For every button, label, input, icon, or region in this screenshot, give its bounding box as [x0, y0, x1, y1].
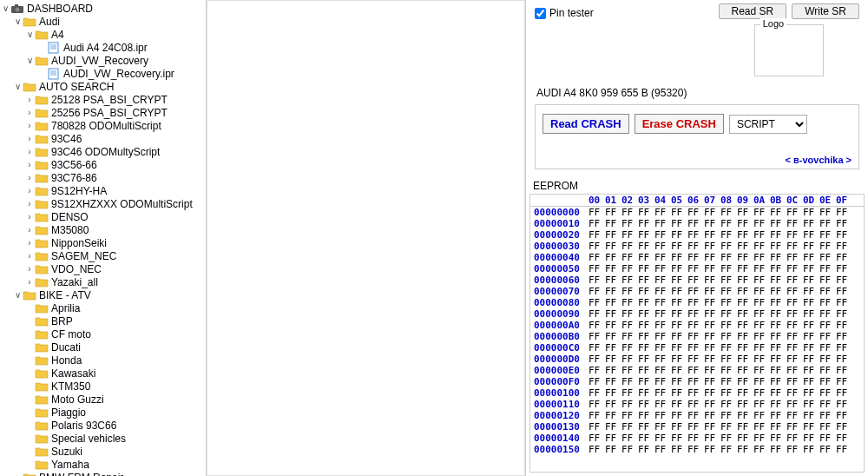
hex-byte[interactable]: FF: [586, 433, 602, 444]
hex-byte[interactable]: FF: [751, 421, 767, 433]
hex-byte[interactable]: FF: [784, 252, 800, 263]
hex-byte[interactable]: FF: [767, 342, 784, 354]
hex-byte[interactable]: FF: [784, 387, 800, 399]
hex-byte[interactable]: FF: [701, 376, 718, 387]
hex-byte[interactable]: FF: [652, 387, 668, 399]
hex-byte[interactable]: FF: [751, 410, 767, 421]
hex-row[interactable]: 00000080FFFFFFFFFFFFFFFFFFFFFFFFFFFFFFFF: [530, 297, 864, 308]
hex-row[interactable]: 00000090FFFFFFFFFFFFFFFFFFFFFFFFFFFFFFFF: [530, 308, 864, 320]
hex-byte[interactable]: FF: [685, 241, 701, 252]
hex-byte[interactable]: FF: [800, 444, 817, 455]
tree-autosearch-7[interactable]: ›9S12HY-HA: [0, 184, 206, 197]
hex-byte[interactable]: FF: [586, 252, 602, 263]
hex-byte[interactable]: FF: [751, 218, 767, 229]
hex-byte[interactable]: FF: [668, 421, 685, 433]
hex-byte[interactable]: FF: [718, 331, 734, 342]
hex-byte[interactable]: FF: [767, 433, 784, 444]
hex-byte[interactable]: FF: [652, 433, 668, 444]
tree-toggle[interactable]: ›: [24, 212, 35, 221]
hex-byte[interactable]: FF: [619, 241, 635, 252]
hex-byte[interactable]: FF: [685, 229, 701, 241]
hex-byte[interactable]: FF: [751, 331, 767, 342]
tree-bike-8[interactable]: Piaggio: [0, 406, 206, 419]
hex-row[interactable]: 00000060FFFFFFFFFFFFFFFFFFFFFFFFFFFFFFFF: [530, 274, 864, 286]
tree-toggle[interactable]: ›: [24, 108, 35, 117]
hex-byte[interactable]: FF: [635, 354, 652, 365]
hex-byte[interactable]: FF: [817, 444, 833, 455]
hex-byte[interactable]: FF: [718, 297, 734, 308]
write-sr-button[interactable]: Write SR: [792, 3, 859, 19]
hex-byte[interactable]: FF: [784, 354, 800, 365]
hex-byte[interactable]: FF: [751, 342, 767, 354]
hex-byte[interactable]: FF: [685, 410, 701, 421]
hex-byte[interactable]: FF: [652, 274, 668, 286]
hex-byte[interactable]: FF: [800, 376, 817, 387]
hex-byte[interactable]: FF: [685, 297, 701, 308]
hex-row[interactable]: 00000120FFFFFFFFFFFFFFFFFFFFFFFFFFFFFFFF: [530, 410, 864, 421]
tree-bmw-frm[interactable]: ›BMW FRM Repair: [0, 471, 206, 476]
hex-byte[interactable]: FF: [701, 331, 718, 342]
hex-byte[interactable]: FF: [751, 308, 767, 320]
hex-byte[interactable]: FF: [718, 252, 734, 263]
hex-byte[interactable]: FF: [701, 433, 718, 444]
hex-row[interactable]: 00000030FFFFFFFFFFFFFFFFFFFFFFFFFFFFFFFF: [530, 241, 864, 252]
hex-byte[interactable]: FF: [734, 387, 751, 399]
hex-byte[interactable]: FF: [668, 229, 685, 241]
hex-byte[interactable]: FF: [635, 433, 652, 444]
hex-byte[interactable]: FF: [817, 218, 833, 229]
hex-byte[interactable]: FF: [800, 421, 817, 433]
hex-byte[interactable]: FF: [652, 286, 668, 297]
hex-byte[interactable]: FF: [668, 410, 685, 421]
hex-byte[interactable]: FF: [685, 444, 701, 455]
hex-byte[interactable]: FF: [767, 286, 784, 297]
hex-byte[interactable]: FF: [800, 365, 817, 376]
hex-byte[interactable]: FF: [767, 387, 784, 399]
hex-byte[interactable]: FF: [718, 207, 734, 218]
hex-byte[interactable]: FF: [701, 421, 718, 433]
hex-byte[interactable]: FF: [734, 207, 751, 218]
hex-byte[interactable]: FF: [635, 410, 652, 421]
hex-byte[interactable]: FF: [767, 421, 784, 433]
hex-byte[interactable]: FF: [784, 433, 800, 444]
hex-byte[interactable]: FF: [602, 308, 619, 320]
hex-byte[interactable]: FF: [685, 365, 701, 376]
hex-byte[interactable]: FF: [784, 229, 800, 241]
hex-byte[interactable]: FF: [784, 286, 800, 297]
hex-byte[interactable]: FF: [800, 331, 817, 342]
hex-byte[interactable]: FF: [734, 376, 751, 387]
hex-byte[interactable]: FF: [734, 354, 751, 365]
hex-byte[interactable]: FF: [734, 320, 751, 331]
hex-byte[interactable]: FF: [751, 354, 767, 365]
hex-byte[interactable]: FF: [619, 207, 635, 218]
hex-byte[interactable]: FF: [668, 252, 685, 263]
hex-byte[interactable]: FF: [833, 297, 850, 308]
hex-byte[interactable]: FF: [586, 241, 602, 252]
hex-byte[interactable]: FF: [668, 376, 685, 387]
hex-byte[interactable]: FF: [833, 433, 850, 444]
hex-byte[interactable]: FF: [701, 229, 718, 241]
hex-byte[interactable]: FF: [635, 331, 652, 342]
tree-bike-0[interactable]: Aprilia: [0, 301, 206, 314]
hex-byte[interactable]: FF: [635, 263, 652, 274]
hex-byte[interactable]: FF: [652, 320, 668, 331]
hex-byte[interactable]: FF: [635, 274, 652, 286]
hex-row[interactable]: 00000140FFFFFFFFFFFFFFFFFFFFFFFFFFFFFFFF: [530, 433, 864, 444]
hex-byte[interactable]: FF: [833, 342, 850, 354]
hex-byte[interactable]: FF: [833, 274, 850, 286]
hex-byte[interactable]: FF: [718, 218, 734, 229]
tree-toggle[interactable]: ∨: [12, 82, 23, 91]
hex-byte[interactable]: FF: [701, 297, 718, 308]
hex-byte[interactable]: FF: [586, 229, 602, 241]
hex-byte[interactable]: FF: [586, 308, 602, 320]
tree-autosearch-2[interactable]: ›780828 ODOMultiScript: [0, 119, 206, 132]
hex-byte[interactable]: FF: [817, 433, 833, 444]
hex-byte[interactable]: FF: [668, 320, 685, 331]
hex-byte[interactable]: FF: [685, 263, 701, 274]
hex-byte[interactable]: FF: [635, 207, 652, 218]
hex-byte[interactable]: FF: [619, 342, 635, 354]
hex-byte[interactable]: FF: [652, 444, 668, 455]
hex-editor[interactable]: 00000000000102030405060708090A0B0C0D0E0F…: [529, 194, 865, 473]
hex-byte[interactable]: FF: [701, 218, 718, 229]
tree-audi-recovery[interactable]: ∨AUDI_VW_Recovery: [0, 54, 206, 67]
hex-byte[interactable]: FF: [751, 241, 767, 252]
